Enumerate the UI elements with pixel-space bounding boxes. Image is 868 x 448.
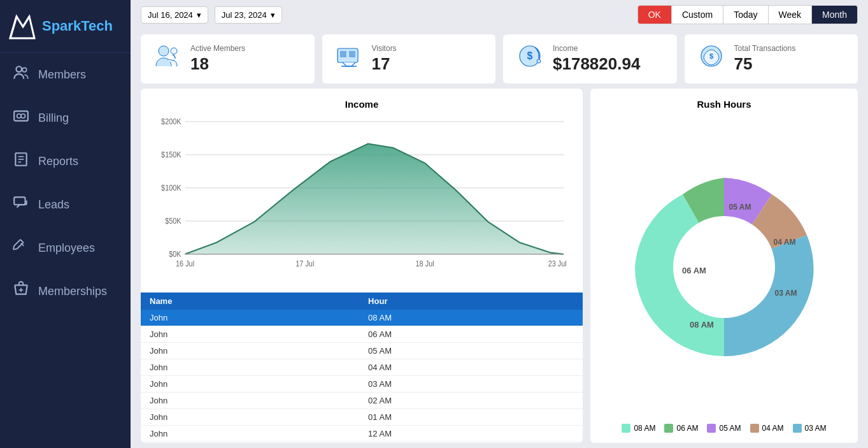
cell-name: John	[141, 376, 359, 393]
svg-text:18 Jul: 18 Jul	[416, 260, 434, 268]
date-to-picker[interactable]: Jul 23, 2024 ▾	[215, 6, 282, 24]
stats-row: Active Members 18 Visitors 17	[131, 29, 868, 89]
svg-text:$: $	[709, 52, 713, 60]
visitors-label: Visitors	[372, 44, 397, 53]
table-row[interactable]: John 06 AM	[141, 326, 583, 343]
svg-text:23 Jul: 23 Jul	[548, 260, 567, 268]
svg-text:17 Jul: 17 Jul	[295, 260, 314, 268]
total-transactions-icon: $	[697, 42, 725, 76]
total-transactions-value: 75	[734, 54, 796, 74]
sidebar-item-members-label: Members	[38, 68, 86, 82]
leads-icon	[13, 194, 29, 215]
stat-visitors: Visitors 17	[322, 34, 496, 83]
legend-dot-06am	[664, 424, 673, 433]
cell-name: John	[141, 426, 359, 442]
date-to-value: Jul 23, 2024	[222, 10, 267, 20]
legend-label-04am: 04 AM	[762, 424, 784, 433]
left-panel: Income $200K $150K $100K $50K $0K	[141, 89, 583, 443]
legend-label-03am: 03 AM	[805, 424, 827, 433]
legend-dot-08am	[622, 424, 630, 433]
table-row[interactable]: John 04 AM	[141, 359, 583, 376]
legend-08am: 08 AM	[622, 424, 655, 433]
cell-hour: 03 AM	[359, 376, 583, 393]
income-label: Income	[553, 44, 640, 53]
svg-text:08 AM: 08 AM	[690, 320, 714, 329]
svg-point-21	[537, 59, 541, 63]
table-row[interactable]: John 08 AM	[141, 310, 583, 326]
income-chart-svg: $200K $150K $100K $50K $0K	[153, 115, 570, 280]
employees-icon	[13, 238, 29, 258]
col-hour: Hour	[359, 293, 583, 310]
cell-name: John	[141, 359, 359, 376]
btn-today[interactable]: Today	[723, 6, 768, 24]
sidebar-item-leads[interactable]: Leads	[0, 183, 131, 226]
cell-name: John	[141, 326, 359, 343]
btn-ok[interactable]: OK	[638, 6, 672, 24]
legend-dot-04am	[750, 424, 759, 433]
table-row[interactable]: John 12 AM	[141, 426, 583, 442]
col-name: Name	[141, 293, 359, 310]
memberships-icon	[13, 281, 29, 301]
legend-04am: 04 AM	[750, 424, 784, 433]
sidebar-item-employees-label: Employees	[38, 242, 95, 255]
time-range-buttons: OK Custom Today Week Month	[637, 5, 858, 24]
income-icon: $	[516, 42, 544, 76]
svg-text:$: $	[527, 50, 533, 61]
active-members-value: 18	[190, 54, 245, 74]
income-chart-container: Income $200K $150K $100K $50K $0K	[141, 89, 583, 293]
main-content: Jul 16, 2024 ▾ Jul 23, 2024 ▾ OK Custom …	[131, 0, 868, 448]
table-row[interactable]: John 03 AM	[141, 376, 583, 393]
legend-03am: 03 AM	[793, 424, 827, 433]
sidebar: SparkTech Members Billing	[0, 0, 131, 448]
legend-label-08am: 08 AM	[634, 424, 655, 433]
legend-dot-03am	[793, 424, 802, 433]
sidebar-item-reports[interactable]: Reports	[0, 140, 131, 183]
legend-label-06am: 06 AM	[676, 424, 698, 433]
logo: SparkTech	[0, 0, 131, 53]
date-from-chevron: ▾	[197, 10, 201, 20]
total-transactions-label: Total Transactions	[734, 44, 796, 53]
cell-hour: 05 AM	[359, 343, 583, 359]
sidebar-item-members[interactable]: Members	[0, 53, 131, 96]
table-row[interactable]: John 01 AM	[141, 409, 583, 426]
income-chart-title: Income	[153, 99, 570, 110]
members-icon	[13, 64, 29, 85]
cell-hour: 08 AM	[359, 310, 583, 326]
stat-income: $ Income $178820.94	[503, 34, 677, 83]
cell-name: John	[141, 310, 359, 326]
cell-name: John	[141, 393, 359, 409]
sidebar-item-employees[interactable]: Employees	[0, 226, 131, 270]
right-panel: Rush Hours 06 AM	[590, 89, 858, 443]
date-from-picker[interactable]: Jul 16, 2024 ▾	[141, 6, 208, 24]
svg-rect-16	[340, 51, 346, 57]
svg-point-6	[17, 114, 22, 119]
svg-rect-17	[349, 51, 355, 57]
svg-text:05 AM: 05 AM	[729, 203, 751, 212]
rush-hours-title: Rush Hours	[601, 99, 848, 110]
sidebar-item-billing[interactable]: Billing	[0, 96, 131, 140]
sidebar-item-memberships[interactable]: Memberships	[0, 270, 131, 313]
brand-name: SparkTech	[42, 18, 113, 34]
date-from-value: Jul 16, 2024	[148, 10, 193, 20]
btn-week[interactable]: Week	[769, 6, 813, 24]
cell-hour: 01 AM	[359, 409, 583, 426]
legend-label-05am: 05 AM	[719, 424, 741, 433]
logo-icon	[8, 11, 37, 41]
btn-month[interactable]: Month	[812, 6, 857, 24]
svg-line-1	[10, 17, 17, 38]
data-table-wrapper: Name Hour John 08 AM John 06 AM John 05 …	[141, 293, 583, 443]
table-row[interactable]: John 05 AM	[141, 343, 583, 359]
table-row[interactable]: John 02 AM	[141, 393, 583, 409]
svg-point-14	[171, 48, 177, 54]
visitors-value: 17	[372, 54, 397, 74]
sidebar-item-memberships-label: Memberships	[38, 285, 107, 298]
svg-point-7	[21, 114, 25, 119]
svg-text:06 AM: 06 AM	[682, 266, 706, 275]
svg-text:03 AM: 03 AM	[775, 289, 797, 298]
cell-hour: 06 AM	[359, 326, 583, 343]
billing-icon	[13, 108, 29, 128]
sidebar-item-reports-label: Reports	[38, 155, 78, 168]
visitors-icon	[335, 42, 363, 76]
btn-custom[interactable]: Custom	[672, 6, 723, 24]
svg-text:16 Jul: 16 Jul	[176, 260, 194, 268]
